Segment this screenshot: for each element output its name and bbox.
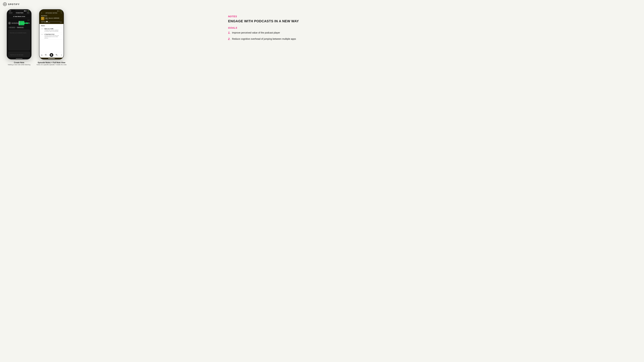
now-playing-section: Now Playing D S6E1 - Beyoncé: LEMONADE D… <box>40 14 64 21</box>
remove-clip-button[interactable]: REMOVE CLIP <box>16 27 24 28</box>
timestamps-row: 11:47 · Opening Visuals 43:14 <box>41 22 62 23</box>
track-show: Dissect <box>45 18 59 19</box>
track-more-icon[interactable]: ··· <box>61 18 62 19</box>
phone1-label: Create Note Making a new note while list… <box>8 61 30 65</box>
svg-point-2 <box>4 4 5 4</box>
phones-container: 9:54 ▐▐▐ WiFi 🔋 Cancel Create Note Save <box>7 9 66 65</box>
clip-controls: 1-30s selected REMOVE CLIP <box>7 26 31 29</box>
note2-title: A Total Work Of Art <box>44 34 60 35</box>
signal-icon: ▐▐▐ <box>24 10 26 11</box>
phone1: 9:54 ▐▐▐ WiFi 🔋 Cancel Create Note Save <box>7 9 32 59</box>
ep-header-row: ✕ EPISODE NOTES ✎ <box>41 12 62 14</box>
note1-content: Music as a CURE Through music, beyonce e… <box>44 28 60 32</box>
note2-content: A Total Work Of Art A German word for to… <box>44 34 60 38</box>
phone2-label-title: Episode Notes + Full Note View <box>36 61 66 63</box>
note2-desc: A German word for total work of art. Ges… <box>44 35 60 38</box>
notes-section-label: NOTES <box>228 15 308 18</box>
note-item-2[interactable]: 10:17 A Total Work Of Art A German word … <box>40 33 64 39</box>
tag-area[interactable]: Organize your note with tag(s) <box>8 52 30 57</box>
note-placeholder: Note down your remarkable thoughts <box>10 32 26 33</box>
waveform-selected-region <box>19 21 24 25</box>
main-heading: ENGAGE WITH PODCASTS IN A NEW WAY <box>228 19 308 23</box>
skip-back-button[interactable]: ↺15 <box>45 54 47 56</box>
tag-placeholder: Organize your note with tag(s) <box>10 54 23 55</box>
sleep-timer-button[interactable]: ☽ <box>60 54 62 56</box>
phone2-notch <box>47 9 56 11</box>
phone2-signal-icon: ▐▐▐ <box>57 10 58 11</box>
episode-title: A Total Work of Art <box>9 16 30 17</box>
goal-item-2: 2. Reduce cognitive overhead of jumping … <box>228 37 308 41</box>
phone2-wrapper: 9:54 ▐▐▐ WiFi 🔋 ✕ EPISODE NOTES ✎ <box>36 9 66 65</box>
track-meta: S6E1 - Beyoncé: LEMONADE Dissect <box>45 17 59 19</box>
phone1-time: 9:54 <box>9 10 11 11</box>
header: SPOTIFY <box>3 2 20 6</box>
phone1-notch <box>15 9 23 11</box>
phone1-status-icons: ▐▐▐ WiFi 🔋 <box>24 10 29 11</box>
note-item-1[interactable]: 03:45 Music as a CURE Through music, bey… <box>40 27 64 33</box>
progress-fill <box>41 21 47 22</box>
waveform-cursor <box>19 21 19 25</box>
play-icon <box>51 54 52 56</box>
note-textarea[interactable]: Note down your remarkable thoughts <box>8 30 30 50</box>
goals-list: 1. Improve perceived value of the podcas… <box>228 31 308 41</box>
app-name: SPOTIFY <box>8 3 20 5</box>
waveform-row <box>8 21 30 25</box>
cancel-button[interactable]: Cancel <box>9 12 12 13</box>
notes-section-header: Notes <box>40 24 64 27</box>
phone2-screen: 9:54 ▐▐▐ WiFi 🔋 ✕ EPISODE NOTES ✎ <box>40 9 64 59</box>
album-art-text: D <box>42 18 43 19</box>
goals-section-label: GOALS <box>228 26 308 29</box>
notes-area: Notes 03:45 Music as a CURE Through musi… <box>40 24 64 52</box>
progress-marker: Opening Visuals <box>44 22 50 23</box>
waveform-play-button[interactable] <box>8 22 11 24</box>
note2-more-icon[interactable]: ··· <box>61 34 62 35</box>
track-row: D S6E1 - Beyoncé: LEMONADE Dissect ··· <box>41 17 62 20</box>
skip-forward-button[interactable]: ↻15 <box>56 54 58 56</box>
player-controls: 1x ↺15 ↻15 ☽ <box>40 52 64 58</box>
phone1-wrapper: 9:54 ▐▐▐ WiFi 🔋 Cancel Create Note Save <box>7 9 32 65</box>
spotify-logo-icon <box>3 2 7 6</box>
timestamp-left-value: 11:47 <box>41 22 43 23</box>
phone2-label: Episode Notes + Full Note View Notes of … <box>36 61 66 65</box>
wifi-icon: WiFi <box>26 10 28 11</box>
battery-icon: 🔋 <box>28 10 29 11</box>
waveform-visual[interactable] <box>12 21 30 25</box>
note1-time: 03:45 <box>41 28 44 29</box>
note1-more-icon[interactable]: ··· <box>61 28 62 30</box>
clip-selected-badge: 1-30s selected <box>8 27 16 28</box>
timestamp-right: 43:14 <box>60 22 62 23</box>
home-indicator <box>16 58 22 59</box>
edit-icon[interactable]: ✎ <box>61 12 62 14</box>
speed-button[interactable]: 1x <box>41 54 42 56</box>
right-panel: NOTES ENGAGE WITH PODCASTS IN A NEW WAY … <box>228 15 308 43</box>
close-button[interactable]: ✕ <box>41 12 42 14</box>
goal2-text: Reduce cognitive overhead of jumping bet… <box>232 37 296 41</box>
now-playing-label: Now Playing <box>41 15 62 16</box>
create-note-title: Create Note <box>16 12 23 13</box>
home-indicator-2 <box>48 58 55 59</box>
episode-notes-header: ✕ EPISODE NOTES ✎ <box>40 12 64 14</box>
phone2: 9:54 ▐▐▐ WiFi 🔋 ✕ EPISODE NOTES ✎ <box>39 9 64 59</box>
phone2-wifi-icon: WiFi <box>59 10 60 11</box>
track-info: D S6E1 - Beyoncé: LEMONADE Dissect <box>41 17 59 20</box>
progress-bar[interactable] <box>41 21 62 22</box>
phone2-label-sub: Notes of a specific episode + inside of … <box>36 64 66 65</box>
note2-time: 10:17 <box>41 34 44 35</box>
progress-area[interactable]: 11:47 · Opening Visuals 43:14 <box>40 21 64 24</box>
goal1-text: Improve perceived value of the podcast p… <box>232 31 280 34</box>
phone1-screen: 9:54 ▐▐▐ WiFi 🔋 Cancel Create Note Save <box>7 9 31 59</box>
play-icon <box>9 23 10 24</box>
goal2-number: 2. <box>228 37 230 41</box>
save-button[interactable]: Save <box>27 12 30 13</box>
phone2-battery-icon: 🔋 <box>61 10 62 11</box>
play-button[interactable] <box>50 53 53 57</box>
episode-title-area: A Total Work of Art <box>7 14 31 19</box>
phone1-label-title: Create Note <box>8 61 30 63</box>
goal-item-1: 1. Improve perceived value of the podcas… <box>228 31 308 35</box>
episode-notes-title: EPISODE NOTES <box>46 12 57 13</box>
timestamp-left: 11:47 · Opening Visuals <box>41 22 50 23</box>
note1-desc: Through music, beyonce explored her iden… <box>44 29 60 32</box>
create-note-header: Cancel Create Note Save <box>7 12 31 14</box>
album-art: D <box>41 17 44 20</box>
progress-dot <box>46 21 48 22</box>
